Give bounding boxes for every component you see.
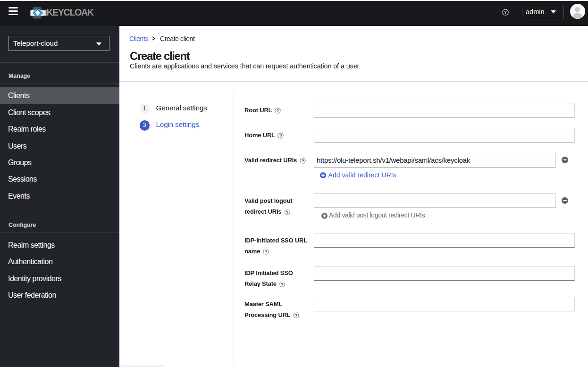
svg-text:?: ?	[286, 209, 288, 215]
svg-text:?: ?	[264, 249, 267, 254]
svg-text:?: ?	[281, 282, 284, 287]
svg-text:?: ?	[279, 133, 282, 138]
svg-text:?: ?	[276, 108, 279, 113]
svg-text:?: ?	[504, 10, 507, 15]
svg-text:?: ?	[294, 313, 297, 318]
svg-text:?: ?	[301, 158, 304, 163]
